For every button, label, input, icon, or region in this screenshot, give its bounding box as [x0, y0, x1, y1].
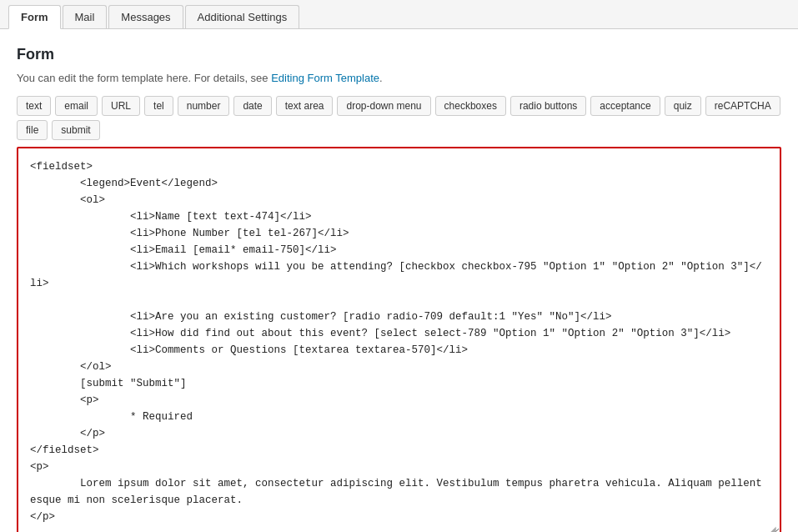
tag-btn-date[interactable]: date: [233, 96, 271, 116]
tag-btn-checkboxes[interactable]: checkboxes: [435, 96, 506, 116]
app-wrapper: FormMailMessagesAdditional Settings Form…: [0, 0, 798, 532]
page-title: Form: [17, 46, 781, 63]
description-prefix: You can edit the form template here. For…: [17, 72, 271, 84]
tag-btn-radio-buttons[interactable]: radio buttons: [510, 96, 586, 116]
tag-btn-url[interactable]: URL: [102, 96, 140, 116]
tag-btn-text[interactable]: text: [17, 96, 51, 116]
tag-btn-acceptance[interactable]: acceptance: [590, 96, 660, 116]
tag-btn-tel[interactable]: tel: [144, 96, 173, 116]
tag-btn-text-area[interactable]: text area: [276, 96, 334, 116]
resize-handle-icon: ◢: [770, 525, 780, 532]
tag-btn-email[interactable]: email: [55, 96, 98, 116]
tag-btn-drop-down-menu[interactable]: drop-down menu: [337, 96, 430, 116]
code-editor-wrapper: <fieldset> <legend>Event</legend> <ol> <…: [17, 147, 781, 532]
code-editor[interactable]: <fieldset> <legend>Event</legend> <ol> <…: [17, 147, 781, 532]
editing-form-template-link[interactable]: Editing Form Template: [271, 72, 379, 84]
tab-mail[interactable]: Mail: [63, 5, 108, 28]
tab-messages[interactable]: Messages: [108, 5, 183, 28]
description-suffix: .: [379, 72, 383, 84]
tag-btn-submit[interactable]: submit: [52, 120, 99, 140]
tab-additional-settings[interactable]: Additional Settings: [185, 5, 300, 28]
tag-btn-recaptcha[interactable]: reCAPTCHA: [705, 96, 780, 116]
content-area: Form You can edit the form template here…: [0, 29, 798, 532]
tag-btn-file[interactable]: file: [17, 120, 48, 140]
tag-buttons-container: textemailURLtelnumberdatetext areadrop-d…: [17, 96, 781, 140]
tab-form[interactable]: Form: [8, 5, 61, 29]
tag-btn-quiz[interactable]: quiz: [665, 96, 701, 116]
tabs-bar: FormMailMessagesAdditional Settings: [0, 0, 798, 29]
form-description: You can edit the form template here. For…: [17, 72, 781, 84]
tag-btn-number[interactable]: number: [178, 96, 230, 116]
